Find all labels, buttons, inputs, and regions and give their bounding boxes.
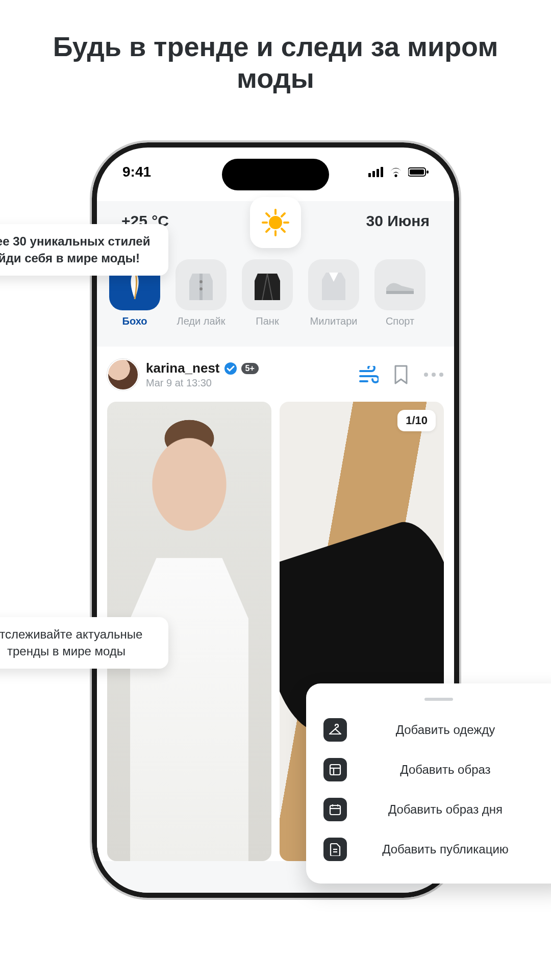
document-icon xyxy=(330,843,341,856)
sheet-add-post[interactable]: Добавить публикацию xyxy=(321,829,551,869)
post-badge: 5+ xyxy=(241,363,259,374)
bookmark-icon xyxy=(393,365,409,384)
sheet-item-label: Добавить образ дня xyxy=(360,802,551,817)
page-headline: Будь в тренде и следи за миром моды xyxy=(0,0,551,94)
svg-point-17 xyxy=(199,280,203,283)
category-label: Бохо xyxy=(122,315,147,327)
phone-mockup-area: 9:41 +25 °C xyxy=(0,142,551,898)
category-more[interactable]: Пр xyxy=(439,259,454,327)
post-username[interactable]: karina_nest xyxy=(146,360,220,376)
svg-rect-24 xyxy=(330,765,340,775)
category-label: Милитари xyxy=(310,315,357,327)
more-button[interactable] xyxy=(423,364,444,385)
bookmark-button[interactable] xyxy=(391,364,411,385)
svg-line-13 xyxy=(282,229,285,232)
svg-point-23 xyxy=(439,373,443,377)
image-counter: 1/10 xyxy=(397,410,436,431)
sheet-drag-handle[interactable] xyxy=(424,698,453,701)
cellular-icon xyxy=(368,167,384,177)
wifi-icon xyxy=(389,167,403,177)
phone-notch xyxy=(222,159,329,190)
sheet-item-label: Добавить образ xyxy=(360,763,551,777)
tooltip-styles: Более 30 уникальных стилей Найди себя в … xyxy=(0,224,168,276)
category-military[interactable]: Милитари xyxy=(306,259,361,327)
category-label: Панк xyxy=(256,315,279,327)
sun-icon xyxy=(261,208,290,237)
svg-point-7 xyxy=(269,216,282,229)
weather-date: 30 Июня xyxy=(366,212,430,230)
category-ladylike[interactable]: Леди лайк xyxy=(173,259,229,327)
more-horizontal-icon xyxy=(423,372,444,377)
category-label: Спорт xyxy=(386,315,414,327)
svg-rect-19 xyxy=(386,291,414,294)
leather-jacket-icon xyxy=(254,270,281,300)
svg-rect-3 xyxy=(381,167,383,177)
svg-point-22 xyxy=(432,373,436,377)
battery-icon xyxy=(408,167,429,177)
category-sport[interactable]: Спорт xyxy=(372,259,428,327)
sheet-item-label: Добавить публикацию xyxy=(360,842,551,856)
post-timestamp: Mar 9 at 13:30 xyxy=(146,377,351,389)
sheet-item-label: Добавить одежду xyxy=(360,723,551,737)
svg-line-14 xyxy=(266,229,269,232)
hanger-icon xyxy=(329,724,342,736)
svg-point-21 xyxy=(424,373,428,377)
category-punk[interactable]: Панк xyxy=(240,259,295,327)
add-action-sheet: Добавить одежду Добавить образ Добавить … xyxy=(306,683,551,884)
grid-icon xyxy=(329,764,341,776)
svg-rect-2 xyxy=(377,169,379,177)
status-time: 9:41 xyxy=(122,164,151,180)
jacket-icon xyxy=(187,270,215,300)
tooltip-trends: Отслеживайте актуальные тренды в мире мо… xyxy=(0,617,168,669)
svg-point-18 xyxy=(199,287,203,290)
wind-icon xyxy=(358,366,379,383)
weather-filter-button[interactable] xyxy=(358,364,379,385)
svg-rect-6 xyxy=(427,170,429,174)
sneaker-icon xyxy=(384,275,416,295)
avatar[interactable] xyxy=(107,359,139,390)
sheet-add-clothes[interactable]: Добавить одежду xyxy=(321,710,551,750)
svg-line-15 xyxy=(282,213,285,216)
coat-icon xyxy=(320,270,347,300)
svg-rect-27 xyxy=(330,805,340,815)
calendar-icon xyxy=(329,803,341,816)
sheet-add-outfit[interactable]: Добавить образ xyxy=(321,750,551,790)
sheet-add-outfit-of-day[interactable]: Добавить образ дня xyxy=(321,790,551,829)
svg-line-12 xyxy=(266,213,269,216)
svg-rect-16 xyxy=(199,274,203,300)
svg-rect-1 xyxy=(372,171,375,177)
svg-rect-5 xyxy=(410,169,424,175)
verified-icon xyxy=(224,362,237,375)
category-label: Леди лайк xyxy=(177,315,226,327)
svg-rect-0 xyxy=(368,173,371,177)
weather-sun-chip[interactable] xyxy=(250,197,301,248)
